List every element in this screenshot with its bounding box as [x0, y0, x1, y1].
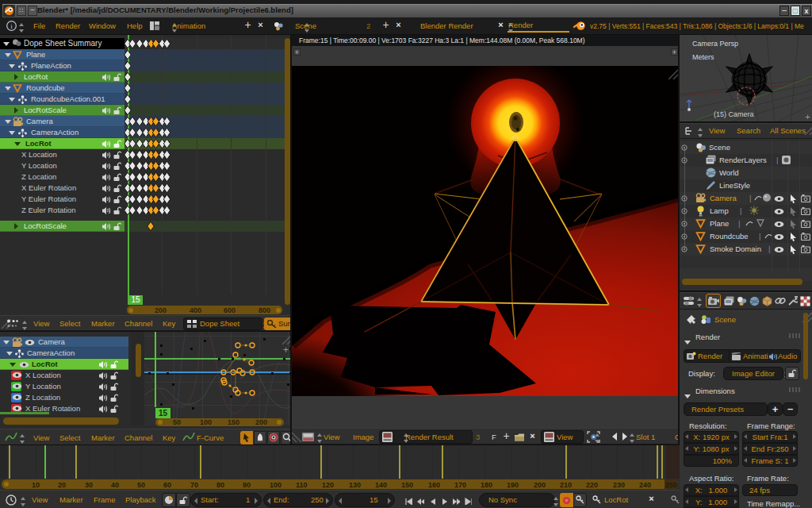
- svg-text:i: i: [10, 22, 13, 30]
